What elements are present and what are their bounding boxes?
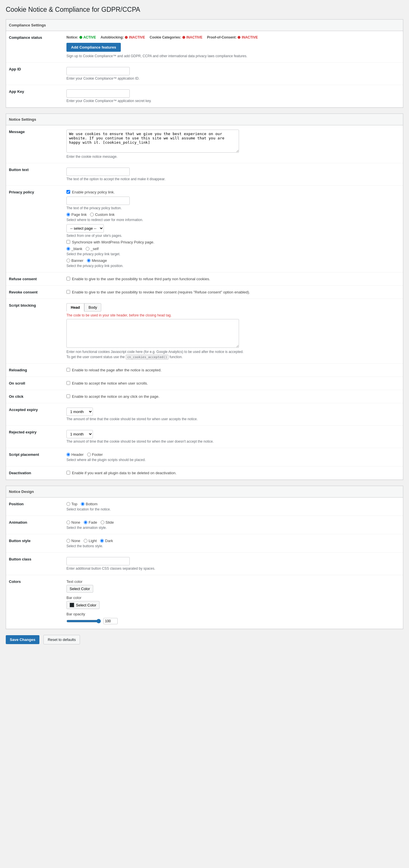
bar-opacity-slider[interactable] <box>66 619 101 623</box>
animation-none-radio[interactable] <box>66 521 70 524</box>
link-position-message-radio[interactable] <box>87 259 91 262</box>
link-target-self-radio[interactable] <box>86 247 89 251</box>
script-blocking-cell: Head Body The code to be used in your si… <box>64 299 403 364</box>
notice-status-text: ACTIVE <box>83 35 96 39</box>
save-changes-button[interactable]: Save Changes <box>6 635 39 644</box>
button-style-none-label[interactable]: None <box>66 538 80 543</box>
animation-slide-radio[interactable] <box>101 521 105 524</box>
compliance-status-badges: Notice: ACTIVE Autoblocking: INACTIVE Co… <box>66 35 400 39</box>
rejected-expiry-select[interactable]: 1 month 3 months 6 months 1 year <box>66 430 93 438</box>
position-bottom-radio[interactable] <box>81 502 85 506</box>
script-placement-header-label[interactable]: Header <box>66 453 84 457</box>
reset-to-defaults-button[interactable]: Reset to defaults <box>43 635 80 644</box>
script-placement-footer-radio[interactable] <box>87 453 91 457</box>
app-key-input[interactable] <box>66 89 130 98</box>
sync-wp-checkbox[interactable] <box>66 240 70 244</box>
link-target-blank-radio[interactable] <box>66 247 70 251</box>
animation-slide-label[interactable]: Slide <box>101 520 114 525</box>
link-type-page-label[interactable]: Page link <box>66 212 87 217</box>
page-select[interactable]: -- select page -- <box>66 224 104 232</box>
autoblocking-status-text: INACTIVE <box>129 35 145 39</box>
button-style-light-radio[interactable] <box>84 539 87 542</box>
revoke-consent-checkbox-label[interactable]: Enable to give to the user the possibili… <box>66 290 400 294</box>
on-scroll-label: On scroll <box>6 377 64 390</box>
colors-row: Colors Text color Select Color Bar color… <box>6 575 403 629</box>
script-blocking-desc2: To get the user consent status use the c… <box>66 355 400 359</box>
colors-label: Colors <box>6 575 64 629</box>
link-type-page-radio[interactable] <box>66 213 70 216</box>
link-position-banner-text: Banner <box>71 258 83 263</box>
accepted-expiry-select[interactable]: 1 month 3 months 6 months 1 year <box>66 408 93 416</box>
link-type-custom-label[interactable]: Custom link <box>90 212 115 217</box>
link-position-banner-label[interactable]: Banner <box>66 258 83 263</box>
position-top-label[interactable]: Top <box>66 502 77 506</box>
link-position-message-label[interactable]: Message <box>87 258 107 263</box>
button-style-dark-label[interactable]: Dark <box>100 538 113 543</box>
script-placement-description: Select where all the plugin scripts shou… <box>66 458 400 462</box>
on-click-checkbox-label[interactable]: Enable to accept the notice on any click… <box>66 394 400 399</box>
bar-opacity-controls <box>66 618 400 624</box>
refuse-consent-checkbox-label[interactable]: Enable to give to the user the possibili… <box>66 277 400 281</box>
script-placement-header-radio[interactable] <box>66 453 70 457</box>
link-target-self-label[interactable]: _self <box>86 247 98 251</box>
button-style-label: Button style <box>6 534 64 553</box>
text-color-btn-label: Select Color <box>69 587 90 591</box>
sync-wp-label[interactable]: Synchronize with WordPress Privacy Polic… <box>66 240 400 244</box>
app-id-input[interactable] <box>66 67 130 75</box>
button-style-none-radio[interactable] <box>66 539 70 542</box>
animation-fade-radio[interactable] <box>84 521 87 524</box>
button-style-light-label[interactable]: Light <box>84 538 97 543</box>
button-style-dark-radio[interactable] <box>100 539 104 542</box>
button-text-input[interactable]: Ok <box>66 167 130 176</box>
button-class-label: Button class <box>6 553 64 575</box>
on-scroll-checkbox-label[interactable]: Enable to accept the notice when user sc… <box>66 381 400 385</box>
compliance-status-cell: Notice: ACTIVE Autoblocking: INACTIVE Co… <box>64 31 403 63</box>
bar-opacity-label: Bar opacity <box>66 612 400 616</box>
page-title: Cookie Notice & Compliance for GDPR/CCPA <box>6 6 403 13</box>
proof-status-badge: Proof-of-Consent: INACTIVE <box>207 35 258 39</box>
on-click-cell: Enable to accept the notice on any click… <box>64 390 403 403</box>
enable-privacy-policy-label[interactable]: Enable privacy policy link. <box>66 190 400 194</box>
animation-cell: None Fade Slide Select the animation sty… <box>64 516 403 534</box>
proof-dot <box>238 36 240 39</box>
animation-fade-label[interactable]: Fade <box>84 520 97 525</box>
enable-privacy-policy-checkbox[interactable] <box>66 190 70 194</box>
add-compliance-button[interactable]: Add Compliance features <box>66 43 121 52</box>
message-label: Message <box>6 125 64 163</box>
link-position-banner-radio[interactable] <box>66 259 70 262</box>
deactivation-checkbox-label[interactable]: Enable if you want all plugin data to be… <box>66 471 400 475</box>
script-placement-footer-label[interactable]: Footer <box>87 453 103 457</box>
on-click-checkbox[interactable] <box>66 394 70 398</box>
button-text-description: The text of the option to accept the not… <box>66 177 400 181</box>
bar-color-label: Bar color <box>66 595 400 600</box>
script-blocking-row: Script blocking Head Body The code to be… <box>6 299 403 364</box>
on-scroll-checkbox[interactable] <box>66 381 70 385</box>
text-color-select-button[interactable]: Select Color <box>66 585 93 593</box>
button-class-input[interactable] <box>66 557 130 565</box>
link-target-blank-label[interactable]: _blank <box>66 247 82 251</box>
message-textarea[interactable]: We use cookies to ensure that we give yo… <box>66 130 239 153</box>
link-type-page-text: Page link <box>71 212 87 217</box>
animation-none-text: None <box>71 520 80 525</box>
bar-color-select-button[interactable]: Select Color <box>66 601 99 609</box>
revoke-consent-checkbox[interactable] <box>66 290 70 294</box>
button-style-group: None Light Dark <box>66 538 400 543</box>
position-bottom-label[interactable]: Bottom <box>81 502 97 506</box>
link-type-group: Page link Custom link <box>66 212 400 217</box>
refuse-consent-checkbox[interactable] <box>66 277 70 281</box>
link-target-description: Select the privacy policy link target. <box>66 252 400 256</box>
reloading-checkbox-label[interactable]: Enable to reload the page after the noti… <box>66 368 400 372</box>
tab-body-button[interactable]: Body <box>84 303 101 312</box>
deactivation-checkbox[interactable] <box>66 471 70 474</box>
compliance-status-label: Compliance status <box>6 31 64 63</box>
script-blocking-hint: The code to be used in your site header,… <box>66 313 400 317</box>
position-top-radio[interactable] <box>66 502 70 506</box>
animation-label: Animation <box>6 516 64 534</box>
animation-none-label[interactable]: None <box>66 520 80 525</box>
privacy-button-text-input[interactable]: Privacy policy <box>66 196 130 205</box>
script-blocking-textarea[interactable] <box>66 319 239 348</box>
link-type-custom-radio[interactable] <box>90 213 94 216</box>
reloading-checkbox[interactable] <box>66 368 70 372</box>
bar-opacity-input[interactable] <box>103 618 118 624</box>
tab-head-button[interactable]: Head <box>66 303 84 312</box>
